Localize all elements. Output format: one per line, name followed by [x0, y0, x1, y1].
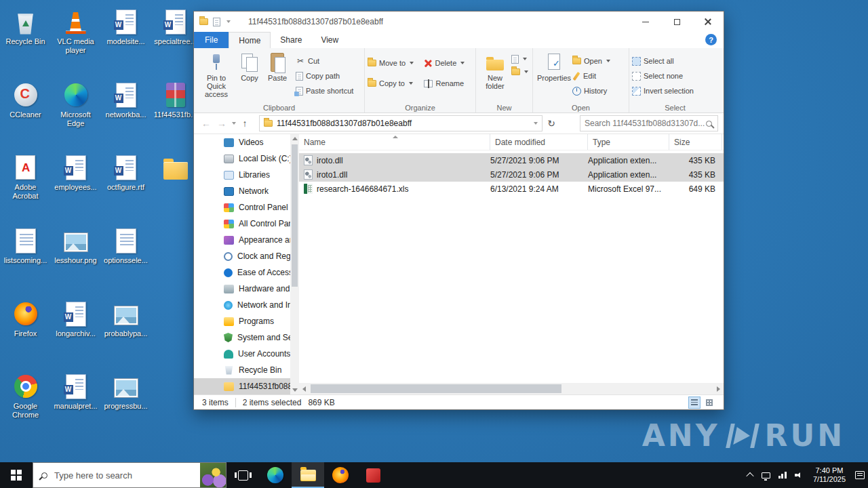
scroll-down-icon[interactable] — [290, 386, 299, 394]
scroll-up-icon[interactable] — [290, 134, 299, 143]
network-tray-button[interactable] — [774, 462, 791, 488]
column-header-size[interactable]: Size — [669, 134, 722, 150]
column-header-name[interactable]: Name — [299, 134, 490, 150]
nav-item-clock-region[interactable]: Clock and Regi... — [194, 248, 290, 264]
nav-item-local-disk-c[interactable]: Local Disk (C:) — [194, 150, 290, 167]
qat-properties-icon[interactable] — [213, 18, 220, 26]
desktop-icon-probablypa[interactable]: probablypa... — [102, 300, 150, 338]
desktop-icon-modelsite[interactable]: modelsite... — [102, 8, 150, 46]
scrollbar-thumb[interactable] — [311, 384, 561, 393]
volume-tray-button[interactable] — [791, 462, 807, 488]
nav-item-videos[interactable]: Videos — [194, 134, 290, 150]
desktop-icon-vlc[interactable]: VLC media player — [52, 8, 100, 55]
desktop-icon-longarchiv[interactable]: longarchiv... — [52, 300, 100, 338]
desktop-icon-networkba[interactable]: networkba... — [102, 81, 150, 119]
taskbar-firefox-button[interactable] — [324, 462, 357, 488]
navigation-scrollbar[interactable] — [290, 134, 299, 394]
taskbar-search-input[interactable] — [54, 470, 195, 481]
column-header-type[interactable]: Type — [588, 134, 669, 150]
taskbar-app-button[interactable] — [357, 462, 389, 488]
rename-button[interactable]: Rename — [424, 78, 474, 89]
desktop-icon-listscoming[interactable]: listscoming... — [1, 227, 50, 265]
file-row-iroto-dll[interactable]: iroto.dll 5/27/2021 9:06 PM Application … — [299, 153, 724, 167]
maximize-button[interactable] — [661, 12, 692, 32]
new-folder-button[interactable]: New folder — [479, 49, 511, 102]
desktop-icon-lesshour[interactable]: lesshour.png — [52, 227, 100, 265]
desktop-icon-edge[interactable]: Microsoft Edge — [52, 81, 100, 128]
display-tray-button[interactable] — [758, 462, 774, 488]
search-input[interactable] — [585, 119, 706, 128]
breadcrumb[interactable]: 11f44531fb088d31307d87b01e8eabff — [259, 115, 542, 131]
open-button[interactable]: Open — [572, 56, 610, 66]
desktop-icon-employees[interactable]: employees... — [52, 154, 100, 192]
paste-button[interactable]: Paste — [263, 49, 292, 102]
nav-item-control-panel[interactable]: Control Panel — [194, 199, 290, 216]
nav-item-current-folder[interactable]: 11f44531fb088d3... — [194, 378, 290, 394]
nav-item-programs[interactable]: Programs — [194, 313, 290, 329]
pin-to-quick-access-button[interactable]: Pin to Quick access — [197, 49, 236, 102]
move-to-button[interactable]: Move to — [368, 58, 424, 68]
cut-button[interactable]: Cut — [296, 56, 353, 66]
desktop-icon-google-chrome[interactable]: Google Chrome — [1, 373, 50, 420]
file-row-iroto1-dll[interactable]: iroto1.dll 5/27/2021 9:06 PM Application… — [299, 167, 724, 182]
qat-dropdown-icon[interactable] — [226, 20, 231, 23]
desktop-icon-optionssele[interactable]: optionssele... — [102, 227, 150, 265]
notification-center-button[interactable] — [852, 462, 868, 488]
minimize-button[interactable] — [630, 12, 661, 32]
delete-button[interactable]: Delete — [424, 58, 474, 68]
bing-daily-image[interactable] — [200, 463, 226, 487]
desktop-icon-recycle-bin[interactable]: Recycle Bin — [1, 8, 50, 46]
nav-item-user-accounts[interactable]: User Accounts — [194, 346, 290, 362]
desktop-icon-ccleaner[interactable]: CCleaner — [1, 81, 50, 119]
back-button[interactable] — [199, 116, 213, 131]
taskbar-edge-button[interactable] — [259, 462, 292, 488]
desktop-icon-adobe-acrobat[interactable]: Adobe Acrobat — [1, 154, 50, 201]
copy-path-button[interactable]: Copy path — [296, 70, 353, 81]
start-button[interactable] — [0, 462, 33, 488]
paste-shortcut-button[interactable]: Paste shortcut — [296, 85, 353, 96]
copy-to-button[interactable]: Copy to — [368, 78, 424, 89]
nav-item-libraries[interactable]: Libraries — [194, 167, 290, 183]
title-bar[interactable]: 11f44531fb088d31307d87b01e8eabff — [194, 12, 724, 32]
history-button[interactable]: History — [572, 85, 610, 96]
nav-item-hardware-sound[interactable]: Hardware and S... — [194, 281, 290, 297]
nav-item-appearance[interactable]: Appearance and... — [194, 232, 290, 248]
horizontal-scrollbar[interactable] — [299, 383, 724, 394]
tab-home[interactable]: Home — [229, 32, 271, 48]
nav-item-ease-of-access[interactable]: Ease of Access — [194, 264, 290, 281]
desktop-icon-octfigure[interactable]: octfigure.rtf — [102, 154, 150, 192]
select-none-button[interactable]: Select none — [632, 70, 694, 81]
recent-locations-icon[interactable] — [232, 122, 236, 125]
close-button[interactable] — [692, 12, 724, 32]
nav-item-system-security[interactable]: System and Sec... — [194, 329, 290, 346]
column-header-date-modified[interactable]: Date modified — [490, 134, 588, 150]
properties-button[interactable]: Properties — [536, 49, 572, 102]
taskbar-file-explorer-button[interactable] — [292, 462, 324, 488]
select-all-button[interactable]: Select all — [632, 56, 694, 66]
desktop-icon-firefox[interactable]: Firefox — [1, 300, 50, 338]
scrollbar-thumb[interactable] — [292, 144, 298, 287]
breadcrumb-path[interactable]: 11f44531fb088d31307d87b01e8eabff — [277, 119, 528, 128]
search-icon[interactable] — [706, 121, 712, 127]
nav-item-network[interactable]: Network — [194, 183, 290, 199]
help-icon[interactable] — [705, 34, 717, 45]
scroll-right-icon[interactable] — [713, 383, 724, 394]
hidden-icons-button[interactable] — [742, 462, 758, 488]
nav-item-network-internet[interactable]: Network and Int... — [194, 297, 290, 313]
up-button[interactable] — [238, 116, 252, 131]
tab-file[interactable]: File — [194, 32, 229, 48]
tab-view[interactable]: View — [311, 32, 348, 48]
refresh-button[interactable] — [545, 116, 558, 131]
taskbar-clock[interactable]: 7:40 PM 7/11/2025 — [807, 466, 852, 484]
desktop-icon-progressbu[interactable]: progressbu... — [102, 373, 150, 411]
forward-button[interactable] — [215, 116, 229, 131]
invert-selection-button[interactable]: Invert selection — [632, 85, 694, 96]
thumbnail-view-button[interactable] — [703, 396, 715, 409]
desktop-icon-folder[interactable] — [151, 154, 199, 183]
breadcrumb-dropdown-icon[interactable] — [534, 122, 538, 125]
file-list-empty-area[interactable] — [299, 196, 724, 383]
details-view-button[interactable] — [688, 396, 701, 409]
file-row-research-xls[interactable]: research-1646684671.xls 6/13/2021 9:24 A… — [299, 182, 724, 196]
desktop-icon-specialtree[interactable]: specialtree... — [151, 8, 199, 46]
nav-item-recycle-bin[interactable]: Recycle Bin — [194, 362, 290, 378]
